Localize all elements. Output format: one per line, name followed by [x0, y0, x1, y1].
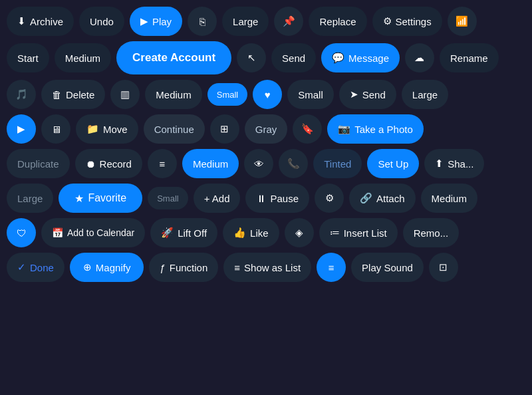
pause-label: Pause — [270, 193, 299, 204]
continue-label: Continue — [154, 124, 194, 135]
monitor-icon: 🖥 — [51, 124, 61, 135]
replace-button[interactable]: Replace — [309, 7, 366, 36]
play-label: Play — [152, 16, 172, 27]
add-to-calendar-icon: 📅 — [52, 227, 63, 238]
add-button[interactable]: + Add — [194, 184, 241, 213]
phone-button[interactable]: 📞 — [279, 149, 308, 178]
shield-button[interactable]: 🛡 — [7, 218, 36, 247]
heart-button[interactable]: ♥ — [253, 80, 282, 109]
create-account-label: Create Account — [132, 51, 215, 65]
small2-button[interactable]: Small — [287, 80, 334, 109]
insert-list-button[interactable]: ≔Insert List — [319, 218, 398, 247]
continue-button[interactable]: Continue — [144, 114, 205, 144]
button-grid: ⬇ArchiveUndo▶Play⎘Large📌Replace⚙Settings… — [0, 0, 532, 289]
monitor-button[interactable]: 🖥 — [41, 114, 70, 144]
take-photo-icon: 📷 — [338, 123, 350, 135]
sliders-button[interactable]: ⚙ — [315, 184, 344, 213]
play-sound-label: Play Sound — [362, 262, 413, 273]
setup-button[interactable]: Set Up — [367, 149, 419, 178]
remove-button[interactable]: Remo... — [403, 218, 460, 247]
rename-button[interactable]: Rename — [440, 43, 499, 72]
sidebar-button[interactable]: ▥ — [110, 80, 140, 109]
pause-button[interactable]: ⏸Pause — [245, 184, 309, 213]
show-as-list-button[interactable]: ≡Show as List — [223, 253, 311, 282]
music-button[interactable]: 🎵 — [7, 80, 36, 109]
apps-button[interactable]: ⊞ — [210, 114, 239, 144]
large2-button[interactable]: Large — [402, 80, 448, 109]
like-label: Like — [250, 227, 269, 239]
send2-button[interactable]: ➤Send — [339, 80, 396, 109]
create-account-button[interactable]: Create Account — [116, 41, 231, 74]
row-row8: ✓Done⊕MagnifyƒFunction≡Show as List≡Play… — [7, 253, 525, 282]
large3-button[interactable]: Large — [7, 184, 53, 213]
show-as-list-label: Show as List — [244, 262, 301, 273]
share-button[interactable]: ⬆Sha... — [424, 149, 484, 178]
function-button[interactable]: ƒFunction — [149, 253, 218, 282]
undo-button[interactable]: Undo — [79, 7, 124, 36]
row-row7: 🛡📅Add to Calendar🚀Lift Off👍Like◈≔Insert … — [7, 218, 525, 247]
large1-button[interactable]: Large — [222, 7, 269, 36]
start-button[interactable]: Start — [7, 43, 49, 72]
medium2-label: Medium — [156, 89, 191, 100]
magnify-button[interactable]: ⊕Magnify — [70, 253, 144, 282]
medium3-button[interactable]: Medium — [182, 149, 239, 178]
settings-label: Settings — [396, 16, 432, 27]
tinted-label: Tinted — [324, 158, 351, 170]
medium4-label: Medium — [432, 193, 467, 204]
eye-button[interactable]: 👁 — [244, 149, 273, 178]
record-button[interactable]: ⏺Record — [75, 149, 142, 178]
cursor-button[interactable]: ↖ — [237, 43, 266, 72]
add-to-calendar-button[interactable]: 📅Add to Calendar — [41, 218, 145, 247]
show-as-list-icon: ≡ — [234, 262, 240, 273]
delete-button[interactable]: 🗑Delete — [41, 80, 105, 109]
gray-btn-button[interactable]: Gray — [245, 114, 288, 144]
remove-label: Remo... — [414, 227, 449, 239]
favorite-button[interactable]: ★Favorite — [59, 184, 142, 213]
record-label: Record — [100, 158, 132, 170]
wifi-button[interactable]: 📶 — [448, 7, 477, 36]
play-button[interactable]: ▶Play — [130, 7, 182, 36]
bookmark-icon: 🔖 — [301, 123, 314, 135]
send1-button[interactable]: Send — [271, 43, 316, 72]
layers-button[interactable]: ◈ — [285, 218, 314, 247]
sliders-icon: ⚙ — [325, 192, 334, 204]
attach-button[interactable]: 🔗Attach — [349, 184, 416, 213]
message-button[interactable]: 💬Message — [321, 43, 400, 72]
medium1-label: Medium — [65, 53, 100, 64]
pin-button[interactable]: 📌 — [274, 7, 303, 36]
list-icon-button[interactable]: ≡ — [148, 149, 177, 178]
row-row2: StartMediumCreate Account↖Send💬Message☁R… — [7, 41, 525, 74]
bookmark-button[interactable]: 🔖 — [293, 114, 322, 144]
archive-button[interactable]: ⬇Archive — [7, 7, 74, 36]
medium2-button[interactable]: Medium — [145, 80, 201, 109]
attach-icon: 🔗 — [360, 192, 372, 204]
small-badge-label: Small — [217, 90, 239, 100]
tinted-button[interactable]: Tinted — [313, 149, 362, 178]
lift-off-button[interactable]: 🚀Lift Off — [150, 218, 217, 247]
undo-label: Undo — [90, 16, 114, 27]
function-icon: ƒ — [160, 262, 165, 273]
duplicate-button[interactable]: Duplicate — [7, 149, 70, 178]
medium1-button[interactable]: Medium — [55, 43, 111, 72]
row-row3: 🎵🗑Delete▥MediumSmall♥Small➤SendLarge — [7, 80, 525, 109]
take-photo-button[interactable]: 📷Take a Photo — [327, 114, 424, 144]
copy-button[interactable]: ⎘ — [188, 7, 217, 36]
list-circle-button[interactable]: ≡ — [317, 253, 346, 282]
small-badge-button[interactable]: Small — [207, 83, 248, 106]
row-row1: ⬇ArchiveUndo▶Play⎘Large📌Replace⚙Settings… — [7, 7, 525, 36]
play-sound-button[interactable]: Play Sound — [351, 253, 424, 282]
pin-icon: 📌 — [283, 15, 295, 27]
duplicate-label: Duplicate — [17, 158, 59, 170]
move-button[interactable]: 📁Move — [76, 114, 138, 144]
medium4-button[interactable]: Medium — [421, 184, 477, 213]
small3-button[interactable]: Small — [148, 187, 188, 209]
add-label: + Add — [204, 193, 230, 204]
play2-button[interactable]: ▶ — [7, 114, 36, 144]
small3-label: Small — [157, 194, 179, 203]
cloud-button[interactable]: ☁ — [405, 43, 434, 72]
done-button[interactable]: ✓Done — [7, 253, 65, 282]
settings-button[interactable]: ⚙Settings — [372, 7, 442, 36]
like-button[interactable]: 👍Like — [223, 218, 279, 247]
send2-label: Send — [362, 89, 386, 100]
exit-button[interactable]: ⊡ — [429, 253, 458, 282]
